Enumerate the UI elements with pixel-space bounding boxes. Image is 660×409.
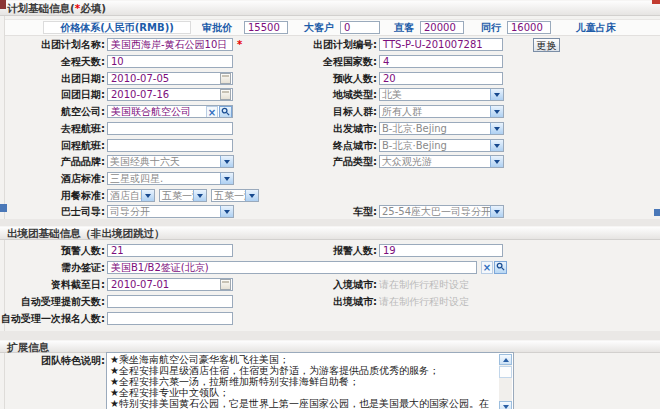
calendar-icon[interactable] <box>220 89 231 100</box>
hotel-standard-label: 酒店标准: <box>61 172 105 186</box>
chevron-down-icon[interactable] <box>490 140 503 151</box>
meal-select-1[interactable]: 酒店自助 <box>107 189 155 202</box>
scroll-up-icon[interactable] <box>499 354 512 365</box>
team-feature-label: 团队特色说明: <box>41 354 105 368</box>
form-row: 去程航班: 出发城市: B-北京·Bejing <box>0 122 660 137</box>
chevron-down-icon[interactable] <box>245 190 258 201</box>
chevron-down-icon[interactable] <box>220 206 233 217</box>
peer-price-input[interactable]: 16000 <box>507 21 551 34</box>
left-edge-handle <box>0 204 7 212</box>
alarm-pax-input[interactable]: 19 <box>379 244 503 257</box>
direct-price-input[interactable]: 20000 <box>420 21 464 34</box>
chevron-down-icon[interactable] <box>193 190 206 201</box>
select-value: 25-54座大巴一司导分开 <box>380 206 490 217</box>
search-icon[interactable] <box>219 106 232 118</box>
form-row: 资料截至日: 2010-07-01 入境城市: 请在制作行程时设定 <box>0 278 660 293</box>
plan-name-label: 出团计划名称: <box>41 38 105 52</box>
auto-accept-count-label: 自动受理一次报名人数: <box>1 312 105 326</box>
target-group-label: 目标人群: <box>333 105 377 119</box>
tour-plan-form: 计划基础信息(*必填) 价格体系(人民币(RMB)) 审批价 15500 大客户… <box>0 0 660 409</box>
section-title: 出境团基础信息（非出境团跳过） <box>7 227 165 239</box>
auto-accept-count-input[interactable] <box>107 312 233 325</box>
scrollbar-thumb[interactable] <box>499 366 512 378</box>
outbound-flight-input[interactable] <box>107 122 233 135</box>
visa-input[interactable]: 美国B1/B2签证(北京) <box>107 261 477 274</box>
vehicle-type-select[interactable]: 25-54座大巴一司导分开 <box>379 205 504 218</box>
alarm-pax-label: 报警人数: <box>333 244 377 258</box>
airline-label: 航空公司: <box>61 105 105 119</box>
select-value: 北美 <box>380 89 490 100</box>
region-type-select[interactable]: 北美 <box>379 88 504 101</box>
vip-price-input[interactable]: 0 <box>340 21 380 34</box>
country-count-input[interactable]: 4 <box>379 55 503 68</box>
return-flight-label: 回程航班: <box>61 139 105 153</box>
chevron-down-icon[interactable] <box>490 206 503 217</box>
plan-code-label: 出团计划编号: <box>313 38 377 52</box>
entry-city-label: 入境城市: <box>333 278 377 292</box>
meal-select-2[interactable]: 五菜一汤 <box>159 189 207 202</box>
form-row: 出团计划名称: 美国西海岸-黄石公园10日 * 出团计划编号: TTS-P-U-… <box>0 38 660 53</box>
calendar-icon[interactable] <box>220 279 231 290</box>
chevron-down-icon[interactable] <box>220 156 233 167</box>
product-type-select[interactable]: 大众观光游 <box>379 155 504 168</box>
select-value: B-北京·Bejing <box>380 123 490 134</box>
section-title-suffix: 必填) <box>80 2 106 14</box>
required-asterisk: * <box>237 38 242 52</box>
return-date-input[interactable]: 2010-07-16 <box>107 88 233 101</box>
select-value: B-北京·Bejing <box>380 140 490 151</box>
team-feature-textarea[interactable]: ★乘坐海南航空公司豪华客机飞往美国； ★全程安排四星级酒店住宿，住宿更为舒适，为… <box>106 352 514 409</box>
chevron-down-icon[interactable] <box>490 106 503 117</box>
entry-city-placeholder: 请在制作行程时设定 <box>379 278 469 292</box>
select-value: 酒店自助 <box>108 190 141 201</box>
plan-code-input[interactable]: TTS-P-U-201007281 <box>379 38 503 51</box>
change-code-button[interactable]: 更换 <box>533 38 560 52</box>
chevron-down-icon[interactable] <box>490 156 503 167</box>
target-group-select[interactable]: 所有人群 <box>379 105 504 118</box>
product-brand-select[interactable]: 美国经典十六天 <box>107 155 234 168</box>
pricing-bar: 价格体系(人民币(RMB)) 审批价 15500 大客户 0 直客 20000 … <box>5 19 660 36</box>
total-days-input[interactable]: 10 <box>107 55 233 68</box>
bus-guide-select[interactable]: 司导分开 <box>107 205 234 218</box>
end-city-select[interactable]: B-北京·Bejing <box>379 139 504 152</box>
select-value: 三星或四星. <box>108 173 220 184</box>
direct-price-label: 直客 <box>394 21 414 35</box>
approval-price-input[interactable]: 15500 <box>244 21 288 34</box>
chevron-down-icon[interactable] <box>490 89 503 100</box>
approval-price-label: 审批价 <box>202 21 232 35</box>
form-row: 出团日期: 2010-07-05 预收人数: 20 <box>0 72 660 87</box>
form-row: 预警人数: 21 报警人数: 19 <box>0 244 660 259</box>
departure-city-select[interactable]: B-北京·Bejing <box>379 122 504 135</box>
clear-icon[interactable]: × <box>481 261 493 274</box>
form-row: 用餐标准: 酒店自助 五菜一汤 五菜一汤 <box>0 189 660 204</box>
bus-guide-label: 巴士司导: <box>61 205 105 219</box>
section-gap <box>0 219 660 226</box>
warning-pax-input[interactable]: 21 <box>107 244 233 257</box>
meal-select-3[interactable]: 五菜一汤 <box>211 189 259 202</box>
vip-price-label: 大客户 <box>304 21 334 35</box>
textarea-scrollbar[interactable] <box>499 354 512 409</box>
scroll-down-icon[interactable] <box>499 401 512 409</box>
chevron-down-icon[interactable] <box>490 123 503 134</box>
hotel-standard-select[interactable]: 三星或四星. <box>107 172 234 185</box>
form-row: 酒店标准: 三星或四星. <box>0 172 660 187</box>
select-value: 大众观光游 <box>380 156 490 167</box>
material-deadline-input[interactable]: 2010-07-01 <box>107 278 233 291</box>
airline-input[interactable]: 美国联合航空公司× <box>107 105 233 118</box>
return-date-label: 回团日期: <box>61 88 105 102</box>
departure-date-input[interactable]: 2010-07-05 <box>107 72 233 85</box>
chevron-down-icon[interactable] <box>141 190 154 201</box>
expected-pax-input[interactable]: 20 <box>379 72 503 85</box>
return-flight-input[interactable] <box>107 139 233 152</box>
product-brand-label: 产品品牌: <box>61 155 105 169</box>
departure-city-label: 出发城市: <box>333 122 377 136</box>
warning-pax-label: 预警人数: <box>61 244 105 258</box>
team-feature-text: ★乘坐海南航空公司豪华客机飞往美国； ★全程安排四星级酒店住宿，住宿更为舒适，为… <box>110 354 497 409</box>
search-icon[interactable] <box>494 261 507 274</box>
plan-name-input[interactable]: 美国西海岸-黄石公园10日 <box>107 38 233 51</box>
calendar-icon[interactable] <box>220 73 231 84</box>
right-edge-handle <box>654 209 660 216</box>
chevron-down-icon[interactable] <box>220 173 233 184</box>
auto-accept-days-input[interactable] <box>107 295 233 308</box>
corner-decoration <box>652 0 660 4</box>
clear-icon[interactable]: × <box>206 106 218 118</box>
